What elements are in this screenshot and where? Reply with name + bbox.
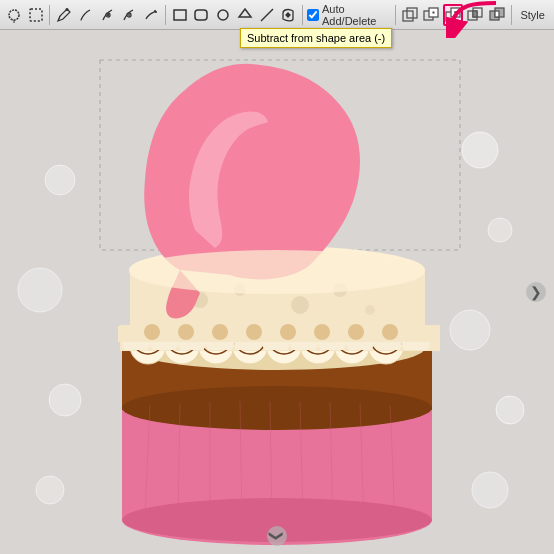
- svg-point-81: [144, 324, 160, 340]
- svg-point-86: [314, 324, 330, 340]
- toolbar: Auto Add/Delete: [0, 0, 554, 30]
- svg-point-38: [472, 472, 508, 508]
- svg-point-93: [365, 305, 375, 315]
- auto-add-delete-label: Auto Add/Delete: [322, 3, 391, 27]
- separator-4: [395, 5, 396, 25]
- nav-arrow-bottom[interactable]: ❯: [267, 526, 287, 546]
- style-label: Style: [520, 9, 544, 21]
- rect-tool-btn[interactable]: [170, 4, 190, 26]
- svg-point-91: [291, 296, 309, 314]
- rect-select-btn[interactable]: [26, 4, 46, 26]
- svg-point-31: [462, 132, 498, 168]
- svg-point-37: [49, 384, 81, 416]
- nav-right-icon: ❯: [530, 284, 542, 300]
- tooltip-text: Subtract from shape area (-): [247, 32, 385, 44]
- svg-point-36: [18, 268, 62, 312]
- canvas-surface[interactable]: ❯ ❯: [0, 30, 554, 554]
- svg-rect-9: [195, 10, 207, 20]
- custom-shape-btn[interactable]: [278, 4, 298, 26]
- svg-point-35: [45, 165, 75, 195]
- svg-rect-8: [174, 10, 186, 20]
- svg-point-33: [450, 310, 490, 350]
- ellipse-btn[interactable]: [213, 4, 233, 26]
- svg-point-88: [382, 324, 398, 340]
- add-shape-btn[interactable]: [421, 4, 441, 26]
- svg-point-0: [9, 10, 19, 20]
- add-point-btn[interactable]: [98, 4, 118, 26]
- nav-bottom-icon: ❯: [269, 530, 285, 542]
- svg-point-46: [122, 386, 432, 430]
- separator-2: [165, 5, 166, 25]
- svg-rect-14: [407, 8, 417, 18]
- lasso-tool-btn[interactable]: [4, 4, 24, 26]
- tooltip: Subtract from shape area (-): [240, 28, 392, 48]
- svg-point-82: [178, 324, 194, 340]
- svg-point-32: [488, 218, 512, 242]
- svg-point-39: [36, 476, 64, 504]
- svg-point-83: [212, 324, 228, 340]
- separator-3: [302, 5, 303, 25]
- canvas-area: ❯ ❯: [0, 30, 554, 554]
- svg-point-10: [218, 10, 228, 20]
- svg-rect-1: [30, 9, 42, 21]
- new-layer-btn[interactable]: [400, 4, 420, 26]
- auto-add-delete-checkbox[interactable]: [307, 9, 319, 21]
- svg-point-84: [246, 324, 262, 340]
- svg-point-2: [66, 8, 69, 11]
- nav-arrow-right[interactable]: ❯: [526, 282, 546, 302]
- svg-point-34: [496, 396, 524, 424]
- svg-point-85: [280, 324, 296, 340]
- line-btn[interactable]: [257, 4, 277, 26]
- svg-point-94: [129, 250, 425, 294]
- svg-point-87: [348, 324, 364, 340]
- pen-tool-btn[interactable]: [54, 4, 74, 26]
- convert-point-btn[interactable]: [141, 4, 161, 26]
- tooltip-arrow: [446, 0, 506, 38]
- svg-marker-11: [239, 9, 251, 17]
- separator-1: [49, 5, 50, 25]
- separator-5: [511, 5, 512, 25]
- remove-point-btn[interactable]: [119, 4, 139, 26]
- svg-rect-13: [403, 11, 413, 21]
- rounded-rect-btn[interactable]: [192, 4, 212, 26]
- svg-line-12: [261, 9, 273, 21]
- polygon-btn[interactable]: [235, 4, 255, 26]
- freeform-pen-btn[interactable]: [76, 4, 96, 26]
- auto-add-delete-group: Auto Add/Delete: [307, 3, 391, 27]
- style-btn[interactable]: Style: [515, 4, 549, 26]
- cake-illustration: [0, 30, 554, 554]
